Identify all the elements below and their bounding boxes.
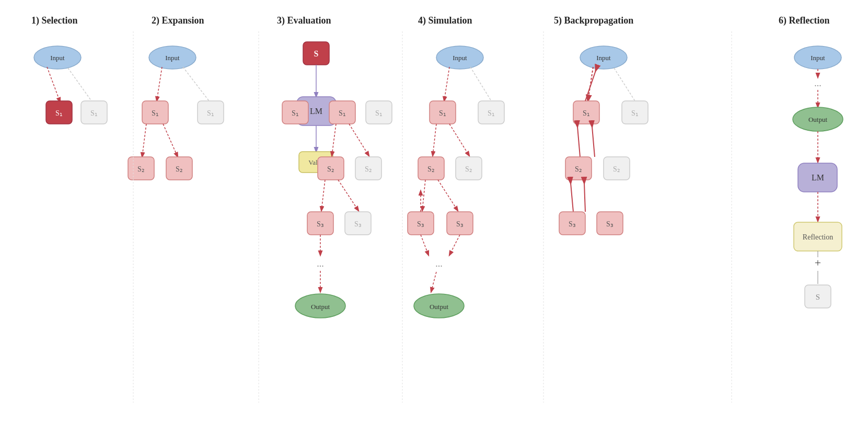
- sec5-s3-pink-label: S₃: [569, 220, 576, 228]
- sec2-arrow2: [183, 67, 209, 101]
- sec4-s2-pink-label: S₂: [427, 165, 435, 173]
- sec2-s1-gray-label: S₁: [207, 109, 214, 117]
- sec4-s3-pink-label: S₃: [417, 220, 424, 228]
- sec4-s3-pink2-label: S₃: [456, 220, 464, 228]
- sec3-s-top-label: S: [314, 49, 319, 58]
- sec3-arrow-s1-s2r: [349, 124, 369, 156]
- sec3-lm-label: LM: [310, 107, 322, 116]
- sec6-input-label: Input: [811, 54, 825, 62]
- sec2-s2-pink-right-label: S₂: [176, 165, 183, 173]
- sec6-lm-label: LM: [812, 173, 824, 182]
- sec3-arrow-s2-s3l: [321, 180, 325, 211]
- sec5-bp-arrow2: [592, 127, 595, 157]
- title-backpropagation: 5) Backpropagation: [554, 15, 633, 26]
- sec4-arrow-s2-s3r: [438, 180, 458, 211]
- sec6-dots1: ...: [814, 78, 821, 88]
- sec5-bp-arrow4: [584, 183, 585, 212]
- sec1-input-label: Input: [50, 54, 65, 62]
- sec3-s3-gray-label: S₃: [354, 220, 362, 228]
- sec6-reflection-label: Reflection: [803, 233, 833, 241]
- sec5-bp-arrow1: [577, 127, 580, 157]
- sec5-s2-pink-label: S₂: [575, 165, 582, 173]
- sec6-plus: +: [815, 256, 821, 269]
- main-diagram: 1) Selection 2) Expansion 3) Evaluation …: [0, 0, 868, 434]
- sec4-dots: ...: [435, 258, 443, 269]
- sec5-bp-arrow-top: [585, 71, 596, 101]
- sec5-s2-gray-label: S₂: [613, 165, 620, 173]
- sec5-s3-pink2-label: S₃: [606, 220, 614, 228]
- sec4-s1-pink-label: S₁: [439, 109, 446, 117]
- diagram-container: 1) Selection 2) Expansion 3) Evaluation …: [0, 0, 868, 434]
- sec3-s3-left-label: S₃: [317, 220, 324, 228]
- sec4-arrow-s1-s2r: [449, 124, 469, 156]
- sec6-s-label: S: [816, 293, 820, 301]
- sec2-input-label: Input: [165, 54, 180, 62]
- sec3-s2-left-label: S₂: [327, 165, 334, 173]
- sec3-arrow-s2-s3r: [338, 180, 358, 211]
- sec4-input-label: Input: [453, 54, 467, 62]
- sec2-s1-pink-label: S₁: [152, 109, 159, 117]
- sec4-s2-gray-label: S₂: [465, 165, 472, 173]
- title-expansion: 2) Expansion: [152, 15, 204, 26]
- sec5-s1-gray-label: S₁: [631, 109, 639, 117]
- sec2-arrow1: [157, 67, 162, 101]
- sec5-arrow1: [588, 67, 593, 101]
- sec3-arrow-s1-s2l: [332, 124, 336, 156]
- sec2-arrow3: [142, 124, 146, 157]
- sec4-output-label: Output: [430, 303, 449, 311]
- title-selection: 1) Selection: [31, 15, 77, 26]
- title-evaluation: 3) Evaluation: [277, 15, 331, 26]
- sec1-s1-active-label: S₁: [55, 109, 63, 117]
- sec6-output-label: Output: [808, 116, 828, 123]
- sec2-arrow4: [163, 124, 178, 157]
- sec3-s1-pink-label: S₁: [292, 109, 299, 117]
- sec4-arrow-s3-dots2: [449, 235, 460, 255]
- title-reflection: 6) Reflection: [779, 15, 829, 26]
- sec3-dots: ...: [317, 258, 324, 269]
- sec3-s1-gray-label: S₁: [375, 109, 383, 117]
- sec4-arrow-s3-dots: [421, 235, 429, 255]
- sec5-bp-arrow3: [571, 183, 573, 212]
- sec4-s1-gray-label: S₁: [488, 109, 495, 117]
- sec3-output-label: Output: [311, 303, 330, 311]
- sec3-s1-left-label: S₁: [339, 109, 346, 117]
- sec4-arrow-s1-s2l: [433, 124, 436, 156]
- sec5-input-label: Input: [596, 54, 611, 62]
- sec4-arrow-dots-output: [431, 272, 436, 292]
- sec2-s2-pink-left-label: S₂: [137, 165, 145, 173]
- sec1-arrow2: [68, 68, 91, 101]
- sec1-s1-gray-label: S₁: [90, 109, 98, 117]
- sec5-arrow2: [614, 68, 635, 101]
- title-simulation: 4) Simulation: [418, 15, 472, 26]
- sec1-arrow1: [47, 67, 60, 102]
- sec3-s2-gray-label: S₂: [365, 165, 372, 173]
- sec5-s1-pink-label: S₁: [583, 109, 590, 117]
- sec4-arrow-s2-s3l: [422, 180, 425, 211]
- sec4-arrow1: [444, 67, 449, 101]
- sec4-arrow2: [470, 67, 491, 101]
